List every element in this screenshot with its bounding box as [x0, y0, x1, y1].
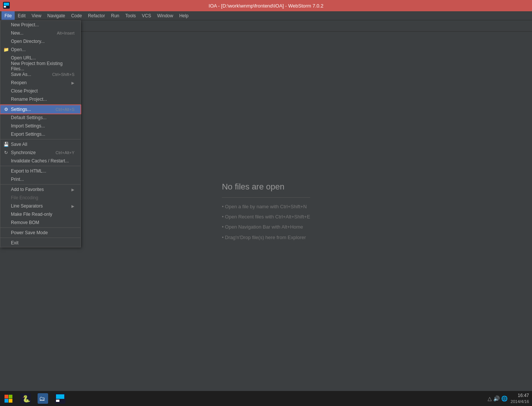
menu-run[interactable]: Run: [108, 11, 122, 20]
svg-rect-2: [4, 6, 6, 8]
menu-edit[interactable]: Edit: [15, 11, 29, 20]
menu-new-from-existing[interactable]: New Project from Existing Files...: [0, 62, 80, 70]
webstorm-logo-titlebar: [3, 2, 10, 9]
separator-5: [0, 227, 80, 228]
separator-1: [0, 104, 80, 105]
menu-file[interactable]: File: [2, 11, 15, 20]
svg-rect-5: [9, 395, 12, 398]
menu-refactor[interactable]: Refactor: [85, 11, 108, 20]
menu-export-settings[interactable]: Export Settings...: [0, 130, 80, 138]
open-icon: 📁: [3, 47, 9, 52]
menu-remove-bom[interactable]: Remove BOM: [0, 218, 80, 227]
menu-synchronize[interactable]: ↻ Synchronize Ctrl+Alt+Y: [0, 148, 80, 157]
menu-power-save-mode[interactable]: Power Save Mode: [0, 229, 80, 237]
clock-date: 2014/4/16: [511, 399, 529, 404]
menu-reopen[interactable]: Reopen ▶: [0, 79, 80, 87]
menu-exit[interactable]: Exit: [0, 239, 80, 247]
svg-rect-14: [56, 400, 59, 402]
menu-open[interactable]: 📁 Open...: [0, 45, 80, 54]
menu-open-directory[interactable]: Open Directory...: [0, 37, 80, 45]
svg-text:🐍: 🐍: [22, 395, 31, 403]
menu-new-project[interactable]: New Project...: [0, 21, 80, 29]
menu-bar: File Edit View Navigate Code Refactor Ru…: [0, 11, 532, 20]
menu-settings[interactable]: ⚙ Settings... Ctrl+Alt+S: [0, 105, 80, 114]
menu-invalidate-caches[interactable]: Invalidate Caches / Restart...: [0, 157, 80, 165]
taskbar-explorer[interactable]: 🗂: [35, 391, 51, 406]
menu-save-all[interactable]: 💾 Save All: [0, 140, 80, 148]
hint-4: • Drag'n'Drop file(s) here from Explorer: [222, 233, 310, 242]
no-files-panel: No files are open • Open a file by name …: [222, 179, 310, 243]
menu-rename-project[interactable]: Rename Project...: [0, 95, 80, 103]
menu-tools[interactable]: Tools: [122, 11, 139, 20]
svg-text:🗂: 🗂: [39, 395, 45, 402]
taskbar-tray-icons: △ 🔊 🌐: [488, 395, 508, 401]
menu-export-html[interactable]: Export to HTML...: [0, 167, 80, 175]
menu-navigate[interactable]: Navigate: [44, 11, 68, 20]
menu-line-separators[interactable]: Line Separators ▶: [0, 202, 80, 210]
menu-default-settings[interactable]: Default Settings...: [0, 114, 80, 122]
hint-2: • Open Recent files with Ctrl+Alt+Shift+…: [222, 212, 310, 221]
taskbar-left: 🐍 🗂: [0, 391, 68, 406]
taskbar: 🐍 🗂 △ 🔊 🌐 16:47 2014/4/16: [0, 391, 532, 406]
menu-file-encoding: File Encoding: [0, 194, 80, 202]
menu-view[interactable]: View: [29, 11, 44, 20]
svg-rect-1: [4, 3, 9, 6]
hint-3: • Open Navigation Bar with Alt+Home: [222, 223, 310, 231]
svg-rect-7: [9, 399, 12, 403]
taskbar-webstorm[interactable]: [52, 391, 68, 406]
clock-time: 16:47: [511, 392, 529, 399]
save-all-icon: 💾: [3, 142, 9, 147]
sync-icon: ↻: [3, 150, 9, 155]
menu-add-to-favorites[interactable]: Add to Favorites ▶: [0, 185, 80, 194]
menu-print[interactable]: Print...: [0, 175, 80, 183]
menu-vcs[interactable]: VCS: [139, 11, 154, 20]
separator-6: [0, 238, 80, 238]
taskbar-python[interactable]: 🐍: [17, 391, 34, 406]
separator-4: [0, 184, 80, 185]
svg-rect-13: [56, 394, 64, 399]
separator-3: [0, 166, 80, 166]
menu-save-as[interactable]: Save As... Ctrl+Shift+S: [0, 70, 80, 79]
menu-code[interactable]: Code: [68, 11, 85, 20]
menu-make-read-only[interactable]: Make File Read-only: [0, 210, 80, 218]
svg-rect-4: [5, 395, 8, 398]
file-dropdown-menu: New Project... New... Alt+Insert Open Di…: [0, 20, 81, 247]
window-title: IOA - [D:\work\wnmp\frontend\IOA] - WebS…: [209, 3, 323, 9]
menu-import-settings[interactable]: Import Settings...: [0, 122, 80, 130]
menu-new[interactable]: New... Alt+Insert: [0, 29, 80, 37]
taskbar-right: △ 🔊 🌐 16:47 2014/4/16: [488, 392, 532, 404]
separator-2: [0, 139, 80, 139]
menu-window[interactable]: Window: [154, 11, 176, 20]
taskbar-start[interactable]: [0, 391, 17, 406]
title-bar: IOA - [D:\work\wnmp\frontend\IOA] - WebS…: [0, 0, 532, 11]
no-files-title: No files are open: [222, 179, 310, 198]
clock: 16:47 2014/4/16: [511, 392, 529, 404]
hint-1: • Open a file by name with Ctrl+Shift+N: [222, 202, 310, 211]
svg-rect-6: [5, 399, 8, 403]
menu-close-project[interactable]: Close Project: [0, 87, 80, 95]
menu-help[interactable]: Help: [176, 11, 192, 20]
settings-icon: ⚙: [3, 107, 9, 112]
